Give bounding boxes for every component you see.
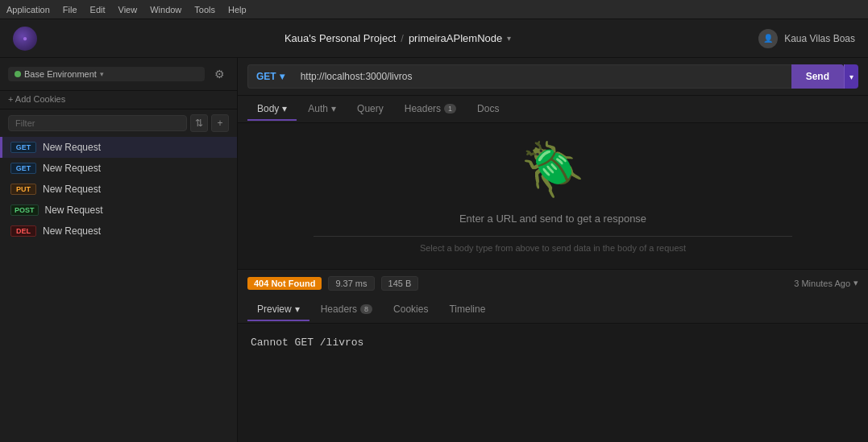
env-label: Base Environment [24,69,97,79]
response-sub: Select a body type from above to send da… [420,243,686,253]
collection-chevron-icon[interactable]: ▾ [507,34,511,43]
method-badge-del: DEL [10,225,36,237]
breadcrumb-separator: / [401,32,404,44]
response-tabs: Preview ▾ Headers 8 Cookies Timeline [238,296,868,324]
tab-response-headers-label: Headers [321,304,357,315]
sidebar: Base Environment ▾ ⚙ + Add Cookies ⇅ + G… [0,58,238,442]
avatar: 👤 [758,29,778,48]
send-button[interactable]: Send [791,64,844,89]
tab-response-headers[interactable]: Headers 8 [311,299,382,321]
tab-headers-label: Headers [405,103,441,114]
tab-preview-label: Preview [257,304,292,315]
request-item-1[interactable]: GET New Request [0,137,237,158]
status-bar: 404 Not Found 9.37 ms 145 B 3 Minutes Ag… [238,269,868,296]
tab-timeline-label: Timeline [449,304,485,315]
add-cookies-button[interactable]: + Add Cookies [0,91,237,109]
environment-selector[interactable]: Base Environment ▾ [8,67,205,81]
send-button-group: Send ▾ [791,64,858,89]
request-name-4: New Request [45,204,103,216]
headers-badge: 1 [444,104,456,114]
filter-sort-button[interactable]: ⇅ [190,114,208,132]
tab-timeline[interactable]: Timeline [439,299,495,321]
menu-edit[interactable]: Edit [90,5,106,14]
request-name-1: New Request [43,142,101,153]
tab-cookies-label: Cookies [393,304,428,315]
send-dropdown-button[interactable]: ▾ [844,64,858,89]
request-tabs: Body ▾ Auth ▾ Query Headers 1 Docs [238,96,868,123]
tab-body[interactable]: Body ▾ [247,98,297,121]
url-input[interactable] [293,64,791,89]
status-text: Not Found [271,279,315,288]
menu-help[interactable]: Help [228,5,247,14]
url-bar: GET ▾ Send ▾ [238,58,868,96]
status-time: 3 Minutes Ago ▾ [794,278,858,288]
time-ago-label: 3 Minutes Ago [794,279,850,288]
titlebar: Kaua's Personal Project / primeiraAPlemN… [0,19,868,58]
request-item-3[interactable]: PUT New Request [0,179,237,200]
tab-cookies[interactable]: Cookies [384,299,438,321]
request-name-3: New Request [43,184,101,195]
method-chevron-icon: ▾ [280,71,284,82]
menu-view[interactable]: View [118,5,138,14]
method-value: GET [256,71,276,82]
user-name: Kaua Vilas Boas [784,33,855,44]
tab-query-label: Query [357,103,384,114]
menu-window[interactable]: Window [150,5,181,14]
status-size: 145 B [381,276,419,291]
method-badge-put: PUT [10,184,36,195]
collection-name[interactable]: primeiraAPlemNode [409,32,502,44]
menu-file[interactable]: File [63,5,77,14]
request-name-2: New Request [43,163,101,174]
response-hint: Enter a URL and send to get a response [459,213,646,225]
status-code-badge: 404 Not Found [247,277,322,290]
app-logo [13,27,37,51]
tab-headers[interactable]: Headers 1 [395,98,466,121]
divider [314,236,792,237]
tab-auth-chevron-icon: ▾ [331,103,336,114]
main-layout: Base Environment ▾ ⚙ + Add Cookies ⇅ + G… [0,58,868,442]
sidebar-top: Base Environment ▾ ⚙ [0,58,237,91]
menu-tools[interactable]: Tools [194,5,215,14]
cookies-label: + Add Cookies [8,94,65,104]
time-ago-chevron-icon[interactable]: ▾ [853,278,858,288]
tab-docs-label: Docs [477,103,499,114]
response-placeholder-area: 🪲 Enter a URL and send to get a response… [238,123,868,269]
filter-row: ⇅ + [0,109,237,137]
tab-auth-label: Auth [308,103,328,114]
bug-icon: 🪲 [521,139,585,200]
filter-input[interactable] [8,115,187,131]
method-select[interactable]: GET ▾ [247,64,293,89]
menu-application[interactable]: Application [6,5,50,14]
tab-preview-chevron-icon: ▾ [295,304,300,315]
request-item-2[interactable]: GET New Request [0,158,237,179]
status-timing: 9.37 ms [328,276,374,291]
tab-query[interactable]: Query [347,98,393,121]
response-content: Cannot GET /livros [251,337,363,349]
tab-preview[interactable]: Preview ▾ [247,299,309,321]
settings-icon[interactable]: ⚙ [210,64,229,84]
response-body: Cannot GET /livros [238,324,868,442]
titlebar-center: Kaua's Personal Project / primeiraAPlemN… [284,32,511,44]
content-area: GET ▾ Send ▾ Body ▾ Auth ▾ Query He [238,58,868,442]
tab-body-label: Body [257,103,279,114]
env-status-dot [15,71,21,77]
env-chevron-icon: ▾ [100,70,104,78]
request-item-5[interactable]: DEL New Request [0,221,237,242]
method-badge-post: POST [10,204,39,216]
request-list: GET New Request GET New Request PUT New … [0,137,237,442]
request-item-4[interactable]: POST New Request [0,200,237,221]
request-name-5: New Request [43,225,101,237]
tab-auth[interactable]: Auth ▾ [298,98,346,121]
tab-docs[interactable]: Docs [467,98,509,121]
filter-add-button[interactable]: + [211,114,229,132]
method-badge-get-2: GET [10,163,36,174]
menubar: Application File Edit View Window Tools … [0,0,868,19]
method-badge-get: GET [10,142,36,153]
response-headers-badge: 8 [360,304,372,314]
project-name: Kaua's Personal Project [284,32,396,44]
tab-body-chevron-icon: ▾ [282,103,287,114]
